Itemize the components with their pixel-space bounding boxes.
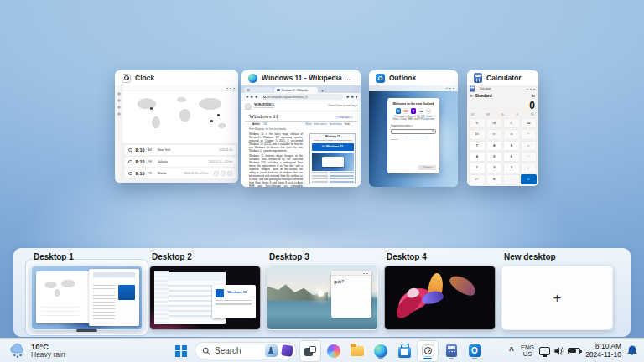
search-box[interactable]: Search bbox=[195, 342, 297, 359]
desktop-4-thumbnail[interactable] bbox=[384, 266, 496, 330]
toolbar-icons[interactable] bbox=[345, 96, 357, 99]
calc-key[interactable]: ⌫ bbox=[521, 118, 538, 128]
weather-widget[interactable]: 10°C Heavy rain bbox=[5, 339, 69, 362]
clock-time: 8:10 bbox=[136, 147, 145, 153]
calc-key[interactable]: 4 bbox=[469, 152, 486, 162]
calc-key[interactable]: 8 bbox=[486, 141, 503, 151]
clock-date[interactable]: 8:10 AM 2024-11-10 bbox=[585, 343, 621, 359]
notepad-text: guh? bbox=[334, 279, 344, 284]
clock-app-button[interactable] bbox=[418, 341, 438, 361]
memory-key[interactable]: M+ bbox=[501, 114, 505, 116]
calc-key[interactable]: 5 bbox=[486, 152, 503, 162]
outlook-button[interactable] bbox=[465, 341, 485, 361]
calc-key[interactable]: − bbox=[521, 152, 538, 162]
calc-key[interactable]: 1 bbox=[469, 163, 486, 173]
calc-key[interactable]: . bbox=[503, 174, 520, 184]
calc-key[interactable]: 7 bbox=[469, 141, 486, 151]
browser-tab-active[interactable]: Windows 11 - Wikipedia bbox=[274, 87, 318, 93]
address-bar[interactable]: en.wikipedia.org/wiki/Windows_11 bbox=[261, 94, 343, 100]
window-thumbnail-outlook[interactable]: Outlook Welcome to the new Outlook Full … bbox=[369, 70, 458, 187]
running-indicator bbox=[472, 358, 477, 359]
desktop-3-label: Desktop 3 bbox=[269, 252, 309, 261]
desktop-2-thumbnail[interactable]: Windows 11 bbox=[149, 266, 261, 330]
language-switcher[interactable]: ENGUS bbox=[521, 344, 534, 358]
world-clock-row[interactable]: 8:10AM New York 2024-11-10 bbox=[125, 145, 236, 155]
copilot-icon bbox=[327, 344, 340, 358]
chevron-down-icon: ∨ bbox=[431, 130, 434, 133]
languages-link[interactable]: 75 languages ∨ bbox=[335, 116, 353, 119]
calc-key[interactable]: +/− bbox=[469, 174, 486, 184]
learn-more-link[interactable]: Learn more bbox=[423, 118, 434, 121]
calc-key[interactable]: 6 bbox=[503, 152, 520, 162]
wikipedia-header-links[interactable]: Donate Create account Log in bbox=[329, 105, 357, 107]
edge-icon bbox=[374, 344, 387, 358]
windows-logo-icon bbox=[175, 345, 187, 357]
map-pin-icon bbox=[150, 107, 153, 110]
store-button[interactable] bbox=[394, 341, 414, 361]
start-button[interactable] bbox=[171, 341, 191, 361]
hidden-icons-chevron[interactable]: ^ bbox=[507, 346, 516, 355]
equals-key[interactable]: = bbox=[521, 174, 538, 184]
search-icon bbox=[202, 347, 210, 355]
world-clock-row[interactable]: 8:10PM Jakarta 2024-11-10, +12 hrs bbox=[125, 157, 236, 167]
world-clock-row[interactable]: 9:10PM Manila 2024-11-10, +13 hrs bbox=[125, 168, 236, 178]
calc-key[interactable]: ÷ bbox=[521, 129, 538, 139]
clock-row-actions[interactable] bbox=[214, 171, 232, 176]
account-dropdown[interactable]: ∨ bbox=[391, 129, 436, 135]
calc-key[interactable]: √x bbox=[503, 129, 520, 139]
calc-key[interactable]: × bbox=[521, 141, 538, 151]
tab-view-source[interactable]: View source bbox=[314, 122, 326, 126]
tab-talk[interactable]: Talk bbox=[263, 122, 267, 126]
notification-center[interactable] bbox=[626, 344, 638, 357]
continue-button[interactable]: Continue bbox=[418, 165, 436, 171]
edge-button[interactable] bbox=[371, 341, 391, 361]
quick-settings[interactable] bbox=[539, 346, 580, 356]
menu-icon[interactable]: ≡ bbox=[470, 94, 473, 98]
world-clock-list: 8:10AM New York 2024-11-10 8:10PM Jakart… bbox=[122, 143, 238, 183]
window-thumbnail-clock[interactable]: Clock 8:10AM New York 2024-11-10 8:10PM bbox=[115, 70, 238, 183]
window-thumbnail-edge[interactable]: Windows 11 - Wikipedia and 1 more... Win… bbox=[242, 70, 361, 187]
memory-key[interactable]: MC bbox=[471, 114, 475, 116]
calc-key[interactable]: 9 bbox=[503, 141, 520, 151]
desktop-4-label: Desktop 4 bbox=[387, 252, 427, 261]
calc-key[interactable]: 0 bbox=[486, 174, 503, 184]
copilot-button[interactable] bbox=[324, 341, 344, 361]
calc-key[interactable]: 3 bbox=[503, 163, 520, 173]
calc-key[interactable]: + bbox=[521, 163, 538, 173]
tab-tools[interactable]: Tools bbox=[344, 122, 350, 126]
calc-key[interactable]: 1/x bbox=[469, 129, 486, 139]
calc-key[interactable]: C bbox=[503, 118, 520, 128]
tab-article[interactable]: Article bbox=[252, 122, 260, 126]
calc-key[interactable]: CE bbox=[486, 118, 503, 128]
calc-key[interactable]: x² bbox=[486, 129, 503, 139]
outlook-provider-icon bbox=[396, 108, 402, 114]
calc-key[interactable]: 2 bbox=[486, 163, 503, 173]
memory-key[interactable]: MR bbox=[486, 114, 490, 116]
desktop-3-thumbnail[interactable]: guh? bbox=[267, 266, 378, 330]
desktop-1-thumbnail[interactable] bbox=[31, 266, 143, 330]
tab-view-history[interactable]: View history bbox=[329, 122, 341, 126]
calculator-button[interactable] bbox=[441, 341, 461, 361]
mini-edge-window bbox=[89, 269, 139, 326]
file-explorer-button[interactable] bbox=[347, 341, 367, 361]
nav-buttons-icon[interactable] bbox=[245, 96, 258, 99]
mode-label[interactable]: Standard bbox=[475, 94, 492, 98]
calc-key[interactable]: % bbox=[469, 118, 486, 128]
tab-read[interactable]: Read bbox=[306, 122, 312, 126]
folder-icon bbox=[351, 346, 364, 356]
memory-key[interactable]: MS bbox=[531, 114, 534, 116]
rain-cloud-icon bbox=[8, 343, 27, 359]
window-thumbnail-calculator[interactable]: Calculator Calculator ≡ Standard ↻ 0 MC … bbox=[467, 70, 538, 186]
wikipedia-header: WIKIPEDIA The Free Encyclopedia Donate C… bbox=[242, 101, 361, 111]
browser-tab[interactable] bbox=[244, 87, 273, 93]
system-tray: ^ ENGUS 8:10 AM 2024-11-10 bbox=[507, 339, 644, 362]
memory-key[interactable]: M− bbox=[517, 114, 520, 116]
window-titlebar: Calculator bbox=[467, 70, 538, 85]
history-icon[interactable]: ↻ bbox=[532, 94, 535, 98]
wikipedia-globe-icon bbox=[245, 103, 252, 110]
task-view-icon bbox=[304, 346, 316, 356]
no-account-line: No account? Create an Outlook.com email … bbox=[391, 136, 436, 141]
new-desktop-button[interactable]: + bbox=[501, 266, 613, 330]
task-view-button[interactable] bbox=[300, 341, 320, 361]
clock-titlebar bbox=[122, 85, 238, 91]
